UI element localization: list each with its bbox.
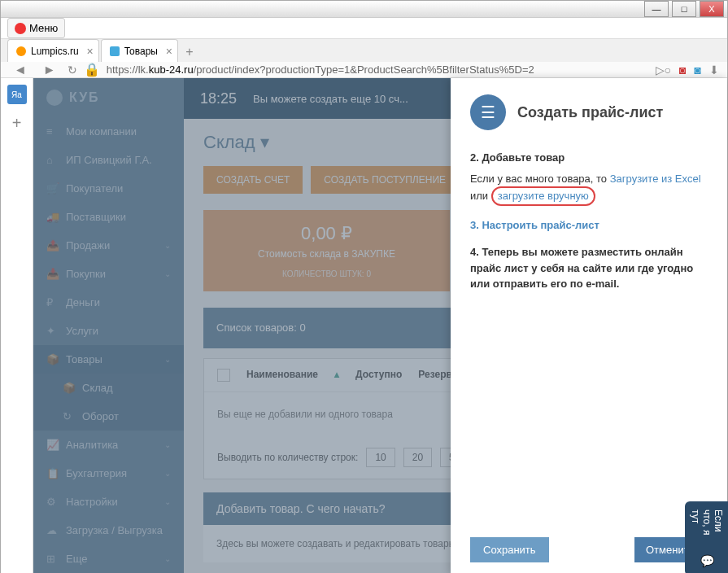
tab-tovary[interactable]: Товары × <box>101 39 178 62</box>
cube-favicon <box>110 46 120 56</box>
window-close[interactable]: X <box>700 1 724 17</box>
ext-icon-2[interactable]: ◙ <box>695 63 701 77</box>
chat-icon: 💬 <box>700 554 714 567</box>
opera-menu-button[interactable]: Меню <box>7 18 65 38</box>
save-button[interactable]: Сохранить <box>470 537 549 562</box>
tab-label: Lumpics.ru <box>31 46 79 57</box>
step3-link[interactable]: 3. Настроить прайс-лист <box>470 219 599 231</box>
add-panel-button[interactable]: + <box>12 114 22 133</box>
browser-menubar: Меню <box>1 18 727 39</box>
list-icon: ☰ <box>470 94 506 130</box>
window-maximize[interactable]: □ <box>672 1 696 17</box>
tab-label: Товары <box>124 46 158 57</box>
ext-icon-1[interactable]: ◙ <box>679 63 686 77</box>
window-titlebar: — □ X <box>1 1 727 18</box>
step4-text: 4. Теперь вы можете разместить онлайн пр… <box>470 244 708 292</box>
load-excel-link[interactable]: Загрузите из Excel <box>610 173 701 185</box>
load-manual-link[interactable]: загрузите вручную <box>491 186 595 206</box>
step2-title: 2. Добавьте товар <box>470 150 708 166</box>
tab-lumpics[interactable]: Lumpics.ru × <box>7 39 99 62</box>
bookmark-icon[interactable]: ▷○ <box>656 63 671 77</box>
price-list-panel: ☰ Создать прайс-лист 2. Добавьте товар Е… <box>451 78 727 573</box>
feedback-tab[interactable]: Если что, я тут 💬 <box>685 501 728 573</box>
menu-label: Меню <box>29 22 58 34</box>
opera-icon <box>15 23 26 34</box>
page-content: Яа + КУБ ≡Мои компании⌂ИП Сивицкий Г.А.🛒… <box>1 78 727 573</box>
translate-icon[interactable]: Яа <box>7 85 27 104</box>
step2-text: Если у вас много товара, то Загрузите из… <box>470 171 708 206</box>
lumpics-favicon <box>16 46 26 56</box>
new-tab-button[interactable]: + <box>180 42 199 62</box>
window-minimize[interactable]: — <box>644 1 669 17</box>
address-bar: ◄ ► ↻ 🔒 https://lk.kub-24.ru/product/ind… <box>1 62 727 78</box>
reload-button[interactable]: ↻ <box>68 63 77 77</box>
browser-sidebar: Яа + <box>1 78 33 573</box>
url-field[interactable]: https://lk.kub-24.ru/product/index?produ… <box>107 63 649 76</box>
tab-close-icon[interactable]: × <box>87 45 94 58</box>
tab-close-icon[interactable]: × <box>166 45 172 58</box>
back-button[interactable]: ◄ <box>9 63 32 77</box>
browser-window: — □ X Меню Lumpics.ru × Товары × + ◄ ► ↻… <box>0 0 728 573</box>
lock-icon: 🔒 <box>84 62 100 77</box>
browser-tabs: Lumpics.ru × Товары × + <box>1 39 727 62</box>
panel-title: Создать прайс-лист <box>517 104 663 121</box>
forward-button[interactable]: ► <box>38 63 61 77</box>
download-icon[interactable]: ⬇ <box>709 63 719 77</box>
addressbar-icons: ▷○ ◙ ◙ ⬇ <box>656 63 719 77</box>
